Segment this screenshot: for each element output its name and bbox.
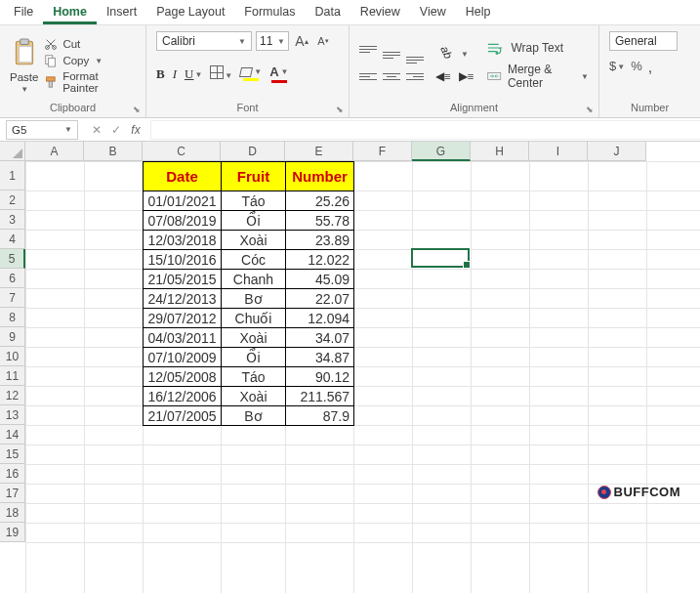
fx-icon[interactable]: fx xyxy=(127,123,144,137)
column-header[interactable]: H xyxy=(471,142,529,161)
column-header[interactable]: C xyxy=(143,142,221,161)
row-header[interactable]: 5 xyxy=(0,249,25,269)
column-header[interactable]: D xyxy=(221,142,285,161)
row-header[interactable]: 7 xyxy=(0,288,25,308)
column-header[interactable]: G xyxy=(412,142,471,161)
align-top-button[interactable] xyxy=(359,46,377,64)
row-header[interactable]: 12 xyxy=(0,386,25,405)
decrease-font-icon[interactable]: A▾ xyxy=(314,31,332,51)
bold-button[interactable]: B xyxy=(156,66,165,82)
row-header[interactable]: 11 xyxy=(0,366,25,386)
menu-review[interactable]: Review xyxy=(350,1,410,24)
row-header[interactable]: 9 xyxy=(0,327,25,347)
menu-data[interactable]: Data xyxy=(305,1,350,24)
paste-button[interactable]: Paste ▼ xyxy=(10,38,38,94)
format-painter-button[interactable]: Format Painter xyxy=(44,70,136,94)
increase-font-icon[interactable]: A▴ xyxy=(293,31,310,51)
row-header[interactable]: 14 xyxy=(0,425,25,445)
table-row[interactable]: 07/08/2019Ổi55.78 xyxy=(144,211,354,231)
copy-button[interactable]: Copy▼ xyxy=(44,54,136,67)
table-row[interactable]: 12/03/2018Xoài23.89 xyxy=(144,231,354,250)
cancel-icon[interactable]: ✕ xyxy=(88,123,105,137)
chevron-down-icon: ▼ xyxy=(21,85,28,94)
column-header[interactable]: A xyxy=(25,142,84,161)
menu-file[interactable]: File xyxy=(4,1,43,24)
font-size-select[interactable]: 11▼ xyxy=(256,31,289,51)
column-header[interactable]: E xyxy=(285,142,353,161)
border-button[interactable]: ▼ xyxy=(210,65,232,82)
percent-button[interactable]: % xyxy=(631,59,642,76)
row-header[interactable]: 8 xyxy=(0,308,25,327)
currency-button[interactable]: $▼ xyxy=(609,59,625,76)
table-row[interactable]: 01/01/2021Táo25.26 xyxy=(144,191,354,211)
table-row[interactable]: 29/07/2012Chuối12.094 xyxy=(144,309,354,328)
row-header[interactable]: 1 xyxy=(0,161,25,191)
enter-icon[interactable]: ✓ xyxy=(107,123,125,137)
increase-indent-button[interactable]: ▶≡ xyxy=(459,69,474,83)
menu-view[interactable]: View xyxy=(410,1,456,24)
dialog-launcher-icon[interactable]: ⬊ xyxy=(336,105,346,114)
row-header[interactable]: 18 xyxy=(0,503,25,523)
table-row[interactable]: 15/10/2016Cóc12.022 xyxy=(144,250,354,270)
data-table: DateFruitNumber01/01/2021Táo25.2607/08/2… xyxy=(143,161,354,426)
align-right-button[interactable] xyxy=(406,67,424,85)
row-header[interactable]: 13 xyxy=(0,405,25,425)
table-header[interactable]: Date xyxy=(144,162,222,191)
underline-button[interactable]: U▼ xyxy=(185,66,202,82)
table-header[interactable]: Fruit xyxy=(222,162,286,191)
column-header[interactable]: B xyxy=(84,142,143,161)
row-header[interactable]: 17 xyxy=(0,484,25,503)
row-header[interactable]: 4 xyxy=(0,230,25,249)
comma-button[interactable]: , xyxy=(648,59,652,76)
row-header[interactable]: 16 xyxy=(0,464,25,484)
table-row[interactable]: 21/07/2005Bơ87.9 xyxy=(144,406,354,426)
align-middle-button[interactable] xyxy=(383,46,400,64)
table-row[interactable]: 12/05/2008Táo90.12 xyxy=(144,367,354,387)
column-header[interactable]: F xyxy=(353,142,412,161)
menu-help[interactable]: Help xyxy=(456,1,501,24)
svg-rect-6 xyxy=(49,58,56,66)
font-name-select[interactable]: Calibri▼ xyxy=(156,31,252,51)
formula-input[interactable] xyxy=(150,120,700,140)
cut-button[interactable]: Cut xyxy=(44,37,136,51)
decrease-indent-button[interactable]: ◀≡ xyxy=(435,69,451,83)
wrap-text-button[interactable]: Wrap Text xyxy=(487,41,589,55)
row-header[interactable]: 3 xyxy=(0,210,25,230)
svg-rect-8 xyxy=(50,81,53,87)
dialog-launcher-icon[interactable]: ⬊ xyxy=(586,105,596,114)
align-bottom-button[interactable] xyxy=(406,46,424,64)
align-left-button[interactable] xyxy=(359,67,377,85)
row-header[interactable]: 15 xyxy=(0,445,25,464)
name-box[interactable]: G5▼ xyxy=(6,120,78,140)
border-icon xyxy=(210,65,224,79)
table-row[interactable]: 16/12/2006Xoài211.567 xyxy=(144,387,354,406)
svg-rect-7 xyxy=(47,77,56,81)
menu-page-layout[interactable]: Page Layout xyxy=(146,1,234,24)
number-format-select[interactable]: General xyxy=(609,31,678,51)
table-row[interactable]: 04/03/2011Xoài34.07 xyxy=(144,328,354,348)
column-header[interactable]: I xyxy=(529,142,588,161)
fill-color-button[interactable]: ▼ xyxy=(240,67,262,81)
table-header[interactable]: Number xyxy=(286,162,354,191)
dialog-launcher-icon[interactable]: ⬊ xyxy=(133,105,143,114)
menu-insert[interactable]: Insert xyxy=(97,1,146,24)
merge-center-button[interactable]: Merge & Center▼ xyxy=(487,63,589,90)
column-header[interactable]: J xyxy=(588,142,646,161)
row-header[interactable]: 19 xyxy=(0,523,25,542)
italic-button[interactable]: I xyxy=(173,66,177,82)
menu-home[interactable]: Home xyxy=(43,1,97,24)
row-header[interactable]: 2 xyxy=(0,191,25,210)
font-color-button[interactable]: A▼ xyxy=(269,64,288,83)
row-header[interactable]: 6 xyxy=(0,269,25,288)
align-center-button[interactable] xyxy=(383,67,400,85)
worksheet[interactable]: 12345678910111213141516171819 ABCDEFGHIJ… xyxy=(0,142,700,593)
menu-formulas[interactable]: Formulas xyxy=(234,1,305,24)
select-all-corner[interactable] xyxy=(0,142,25,161)
orientation-button[interactable]: ab▼ xyxy=(435,48,474,60)
table-row[interactable]: 07/10/2009Ổi34.87 xyxy=(144,348,354,367)
bucket-icon xyxy=(239,67,253,77)
table-row[interactable]: 24/12/2013Bơ22.07 xyxy=(144,289,354,309)
clipboard-icon xyxy=(12,38,37,69)
table-row[interactable]: 21/05/2015Chanh45.09 xyxy=(144,270,354,289)
row-header[interactable]: 10 xyxy=(0,347,25,366)
